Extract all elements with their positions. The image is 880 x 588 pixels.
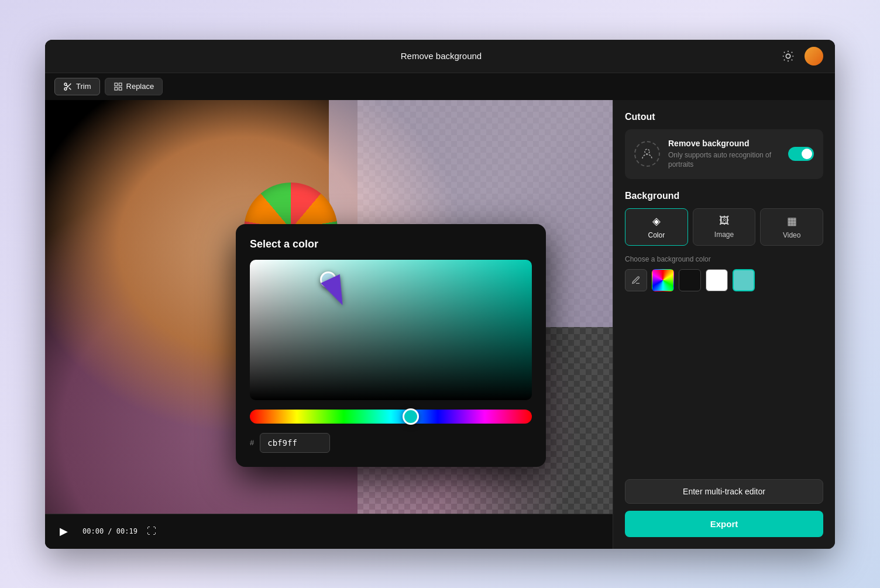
remove-bg-title: Remove background [668, 139, 780, 148]
color-tab-icon: ◈ [652, 215, 661, 228]
color-picker-cursor [320, 271, 336, 288]
image-tab-label: Image [714, 231, 734, 239]
multi-track-button[interactable]: Enter multi-track editor [625, 479, 823, 504]
user-avatar[interactable] [805, 47, 823, 66]
teal-swatch[interactable] [733, 269, 755, 291]
svg-point-2 [64, 88, 67, 90]
bulb-icon-button[interactable] [779, 47, 798, 66]
time-display: 00:00 / 00:19 [82, 527, 138, 535]
svg-rect-6 [119, 87, 122, 90]
title-bar-right [779, 47, 823, 66]
image-tab[interactable]: 🖼 Image [693, 208, 756, 246]
color-swatches [625, 269, 823, 291]
play-button[interactable]: ▶ [54, 522, 73, 541]
svg-point-7 [645, 149, 649, 154]
bottom-buttons: Enter multi-track editor Export [625, 479, 823, 537]
trim-button[interactable]: Trim [54, 78, 100, 95]
color-tab-label: Color [648, 231, 665, 239]
cutout-card: Remove background Only supports auto rec… [625, 129, 823, 180]
color-tab[interactable]: ◈ Color [625, 208, 688, 246]
color-picker-popup: Select a color [236, 224, 546, 467]
right-panel: Cutout Remove background Only supports a… [613, 100, 835, 549]
svg-rect-5 [115, 87, 118, 90]
video-tab[interactable]: ▦ Video [760, 208, 823, 246]
svg-point-0 [786, 54, 790, 58]
color-options-label: Choose a background color [625, 255, 823, 263]
trim-label: Trim [76, 82, 91, 91]
video-preview: LOVE Select a color [45, 100, 613, 514]
cutout-section: Cutout Remove background Only supports a… [625, 112, 823, 180]
cutout-section-title: Cutout [625, 112, 823, 122]
app-window: Remove background Trim Repla [45, 40, 835, 549]
svg-rect-3 [115, 83, 118, 86]
current-time: 00:00 [82, 527, 104, 535]
total-time: 00:19 [116, 527, 138, 535]
time-separator: / [108, 527, 116, 535]
portrait-icon [634, 141, 660, 167]
export-button[interactable]: Export [625, 511, 823, 537]
white-swatch[interactable] [706, 269, 728, 291]
hue-slider[interactable] [250, 410, 532, 424]
replace-button[interactable]: Replace [105, 78, 163, 95]
svg-point-1 [64, 83, 67, 85]
window-title: Remove background [401, 51, 482, 61]
black-swatch[interactable] [679, 269, 701, 291]
title-bar: Remove background [45, 40, 835, 73]
video-tab-icon: ▦ [787, 215, 797, 228]
background-tabs: ◈ Color 🖼 Image ▦ Video [625, 208, 823, 246]
remove-bg-toggle[interactable] [788, 147, 814, 161]
svg-rect-4 [119, 83, 122, 86]
main-content: LOVE Select a color [45, 100, 835, 549]
color-picker-title: Select a color [250, 238, 532, 250]
color-picker-swatch[interactable] [625, 269, 647, 291]
hex-label: # [250, 438, 254, 447]
timeline-bar: ▶ 00:00 / 00:19 ⛶ [45, 514, 613, 549]
video-tab-label: Video [783, 231, 800, 239]
background-section-title: Background [625, 191, 823, 201]
expand-button[interactable]: ⛶ [147, 526, 156, 537]
hex-input[interactable] [260, 433, 330, 453]
color-gradient-area[interactable] [250, 260, 532, 400]
multi-track-label: Enter multi-track editor [683, 487, 765, 496]
background-section: Background ◈ Color 🖼 Image ▦ Video [625, 191, 823, 291]
hue-thumb [403, 408, 419, 425]
replace-label: Replace [126, 82, 154, 91]
cutout-text: Remove background Only supports auto rec… [668, 139, 780, 170]
canvas-area: LOVE Select a color [45, 100, 613, 549]
export-label: Export [710, 519, 738, 529]
rainbow-swatch[interactable] [652, 269, 674, 291]
hex-input-row: # [250, 433, 532, 453]
image-tab-icon: 🖼 [719, 215, 730, 227]
toolbar: Trim Replace [45, 73, 835, 100]
remove-bg-desc: Only supports auto recognition of portra… [668, 150, 780, 170]
